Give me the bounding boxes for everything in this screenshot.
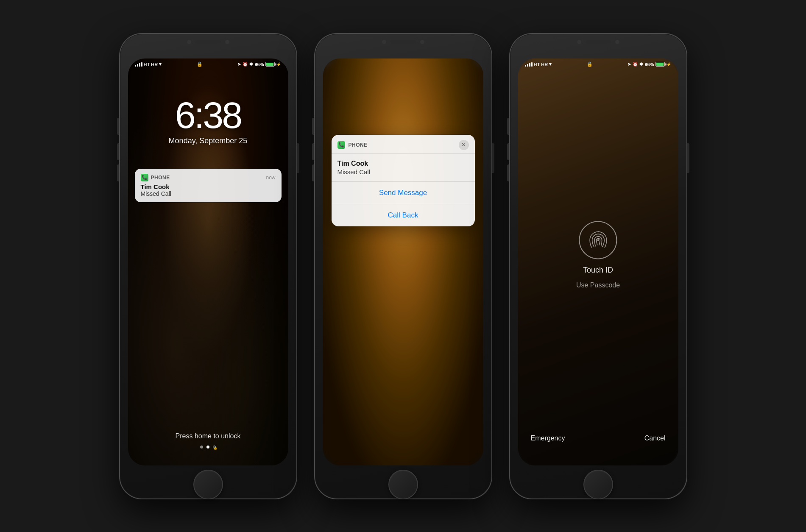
signal-bar-3-2 <box>527 64 528 67</box>
battery-pct-3: 96% <box>644 62 654 67</box>
sensor-dot <box>225 40 229 44</box>
touchid-screen: HT HR ▾ 🔒 ➤ ⏰ ✱ 96% ⚡ <box>518 58 678 465</box>
touchid-bottom-buttons: Emergency Cancel <box>518 435 678 442</box>
dot-lock: 🔒 <box>213 446 216 448</box>
signal-bars-3 <box>525 62 533 67</box>
home-button-1[interactable] <box>193 470 223 499</box>
carrier-name-1: HT HR <box>144 62 158 67</box>
call-back-button[interactable]: Call Back <box>332 204 475 226</box>
speaker-grille-2 <box>390 40 416 44</box>
phone-app-icon-2: 📞 <box>337 141 345 149</box>
press-home-text: Press home to unlock <box>128 432 288 440</box>
expanded-app-name: PHONE <box>349 142 368 148</box>
home-button-2[interactable] <box>388 470 418 499</box>
location-icon-1: ➤ <box>237 62 241 67</box>
notif-time-1: now <box>266 175 275 181</box>
expanded-notif-header-left: 📞 PHONE <box>337 141 368 149</box>
alarm-icon-3: ⏰ <box>633 62 638 67</box>
close-button[interactable]: ✕ <box>459 140 469 150</box>
signal-bar-3 <box>139 63 140 67</box>
camera-dot-2 <box>382 40 386 44</box>
status-right-3: ➤ ⏰ ✱ 96% ⚡ <box>628 62 671 67</box>
clock-date: Monday, September 25 <box>128 136 288 145</box>
signal-bars-1 <box>135 62 142 67</box>
signal-bar-2 <box>137 64 138 67</box>
battery-fill-3 <box>656 63 663 66</box>
camera-dot-3 <box>577 40 581 44</box>
notif-header-left: 📞 PHONE <box>141 174 170 181</box>
wifi-icon-3: ▾ <box>549 61 552 67</box>
dot-2-active <box>206 446 209 448</box>
alarm-icon-1: ⏰ <box>243 62 248 67</box>
signal-bar-4 <box>141 62 142 67</box>
phone-top-speaker <box>187 40 229 44</box>
expanded-screen: 📞 PHONE ✕ Tim Cook Missed Call Send Mess… <box>323 58 483 465</box>
signal-bar-1 <box>135 65 136 67</box>
cancel-button[interactable]: Cancel <box>644 435 666 442</box>
touchid-label: Touch ID <box>583 266 613 275</box>
battery-fill-1 <box>266 63 273 66</box>
notif-body-1: Missed Call <box>141 190 276 197</box>
passcode-link[interactable]: Use Passcode <box>576 281 620 289</box>
bluetooth-icon-1: ✱ <box>249 62 253 67</box>
location-icon-3: ➤ <box>628 62 631 67</box>
expanded-notif-body: Missed Call <box>337 168 469 175</box>
battery-icon-1 <box>265 62 275 67</box>
svg-point-0 <box>597 239 599 241</box>
signal-bar-3-3 <box>529 63 530 67</box>
status-left-1: HT HR ▾ <box>135 61 162 67</box>
fingerprint-icon <box>586 228 610 251</box>
emergency-button[interactable]: Emergency <box>531 435 565 442</box>
sensor-dot-3 <box>615 40 619 44</box>
charging-icon-3: ⚡ <box>667 62 671 67</box>
lock-icon-1: 🔒 <box>197 61 203 67</box>
touchid-center: Touch ID Use Passcode <box>576 221 620 289</box>
charging-icon-1: ⚡ <box>276 62 281 67</box>
wifi-icon-1: ▾ <box>159 61 162 67</box>
status-bar-1: HT HR ▾ 🔒 ➤ ⏰ ✱ 96% ⚡ <box>128 58 288 70</box>
battery-icon-3 <box>655 62 665 67</box>
lockscreen-screen: HT HR ▾ 🔒 ➤ ⏰ ✱ 96% ⚡ 6:38 Monday, Septe… <box>128 58 288 465</box>
notif-header: 📞 PHONE now <box>141 174 276 181</box>
expanded-notif-content: Tim Cook Missed Call <box>332 154 475 182</box>
home-button-3[interactable] <box>583 470 613 499</box>
notif-app-name-1: PHONE <box>151 175 170 181</box>
status-right-1: ➤ ⏰ ✱ 96% ⚡ <box>237 62 281 67</box>
touchid-ring[interactable] <box>579 221 617 259</box>
signal-bar-3-1 <box>525 65 526 67</box>
clock-time: 6:38 <box>128 97 288 134</box>
status-left-3: HT HR ▾ <box>525 61 552 67</box>
phone-app-icon-1: 📞 <box>141 174 148 181</box>
phone-touchid: HT HR ▾ 🔒 ➤ ⏰ ✱ 96% ⚡ <box>509 33 687 499</box>
battery-pct-1: 96% <box>254 62 264 67</box>
status-bar-3: HT HR ▾ 🔒 ➤ ⏰ ✱ 96% ⚡ <box>518 58 678 70</box>
notification-banner[interactable]: 📞 PHONE now Tim Cook Missed Call <box>135 169 282 202</box>
expanded-notif-header: 📞 PHONE ✕ <box>332 135 475 154</box>
sensor-dot-2 <box>420 40 424 44</box>
expanded-notification-card[interactable]: 📞 PHONE ✕ Tim Cook Missed Call Send Mess… <box>332 135 475 226</box>
expanded-notif-title: Tim Cook <box>337 160 469 167</box>
lock-icon-3: 🔒 <box>587 61 593 67</box>
clock-display: 6:38 Monday, September 25 <box>128 97 288 145</box>
carrier-name-3: HT HR <box>534 62 548 67</box>
expanded-bg-overlay <box>323 58 483 465</box>
notif-title-1: Tim Cook <box>141 183 276 190</box>
lock-symbol-1: 🔒 <box>197 61 203 67</box>
send-message-button[interactable]: Send Message <box>332 182 475 204</box>
dot-1 <box>200 446 203 448</box>
speaker-grille-3 <box>586 40 611 44</box>
signal-bar-3-4 <box>531 62 533 67</box>
phone-top-speaker-3 <box>577 40 619 44</box>
phone-lockscreen: HT HR ▾ 🔒 ➤ ⏰ ✱ 96% ⚡ 6:38 Monday, Septe… <box>119 33 297 499</box>
lock-dots: 🔒 <box>128 446 288 448</box>
phone-top-speaker-2 <box>382 40 424 44</box>
speaker-grille <box>195 40 221 44</box>
phone-expanded: 📞 PHONE ✕ Tim Cook Missed Call Send Mess… <box>314 33 492 499</box>
bluetooth-icon-3: ✱ <box>639 62 643 67</box>
camera-dot <box>187 40 191 44</box>
